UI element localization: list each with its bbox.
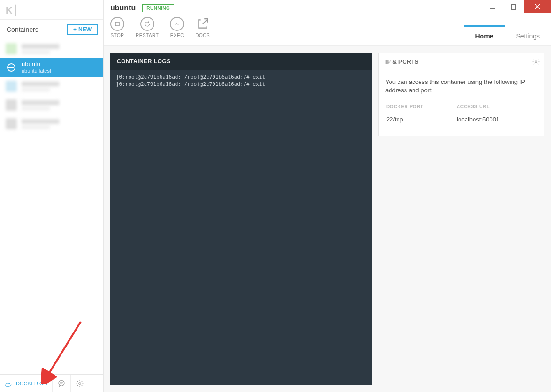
tabs: Home Settings	[464, 25, 551, 45]
feedback-button[interactable]	[53, 375, 71, 392]
logs-output[interactable]: ]0;root@2c791b6a16ad: /root@2c791b6a16ad…	[110, 70, 372, 385]
container-image: ubuntu:latest	[22, 68, 51, 74]
stop-button[interactable]: STOP	[110, 17, 124, 38]
container-item[interactable]	[0, 114, 103, 133]
container-item[interactable]	[0, 96, 103, 114]
tab-settings[interactable]: Settings	[505, 25, 551, 45]
settings-button[interactable]	[71, 375, 89, 392]
logs-title: CONTAINER LOGS	[110, 53, 372, 70]
log-line: ]0;root@2c791b6a16ad: /root@2c791b6a16ad…	[116, 74, 366, 81]
ip-ports-description: You can access this container using the …	[385, 78, 537, 95]
exec-button[interactable]: EXEC	[170, 17, 184, 38]
container-item-ubuntu[interactable]: ubuntu ubuntu:latest	[0, 58, 103, 77]
container-name: ubuntu	[22, 61, 51, 68]
gear-icon	[532, 58, 540, 66]
svg-point-7	[59, 380, 64, 386]
col-docker-port: DOCKER PORT	[386, 104, 456, 115]
chat-icon	[57, 379, 66, 388]
container-item[interactable]	[0, 77, 103, 96]
tab-home[interactable]: Home	[464, 25, 505, 45]
status-badge: RUNNING	[142, 4, 174, 12]
access-url-value[interactable]: localhost:50001	[457, 116, 536, 126]
ip-ports-settings-button[interactable]	[532, 58, 540, 66]
gear-icon	[76, 379, 84, 388]
svg-point-12	[535, 61, 537, 63]
new-container-button[interactable]: +NEW	[67, 24, 98, 35]
restart-button[interactable]: RESTART	[136, 17, 159, 38]
container-list: ubuntu ubuntu:latest	[0, 39, 103, 374]
restart-icon	[144, 21, 151, 27]
whale-icon	[5, 380, 13, 387]
containers-heading: Containers	[7, 26, 38, 33]
docs-button[interactable]: DOCS	[195, 17, 210, 38]
container-header: ubuntu RUNNING STOP RESTART EXEC	[104, 0, 551, 46]
running-icon	[6, 62, 17, 73]
port-row: 22/tcp localhost:50001	[386, 116, 536, 126]
container-logs-panel: CONTAINER LOGS ]0;root@2c791b6a16ad: /ro…	[110, 53, 372, 385]
page-title: ubuntu	[110, 4, 136, 12]
terminal-icon	[174, 21, 180, 27]
stop-icon	[115, 22, 120, 26]
external-link-icon	[197, 18, 209, 30]
svg-rect-11	[115, 22, 119, 26]
col-access-url: ACCESS URL	[457, 104, 536, 115]
svg-point-10	[79, 382, 81, 384]
docker-port-value: 22/tcp	[386, 116, 456, 126]
ip-ports-title: IP & PORTS	[385, 59, 419, 65]
container-item[interactable]	[0, 39, 103, 58]
log-line: ]0;root@2c791b6a16ad: /root@2c791b6a16ad…	[116, 81, 366, 88]
ip-ports-panel: IP & PORTS You can access this container…	[378, 53, 544, 136]
docker-cli-button[interactable]: DOCKER CLI	[0, 375, 53, 392]
bottom-bar: DOCKER CLI	[0, 374, 103, 392]
app-logo: K⎮	[0, 0, 103, 20]
sidebar: K⎮ Containers +NEW ubuntu ubuntu:latest	[0, 0, 104, 392]
